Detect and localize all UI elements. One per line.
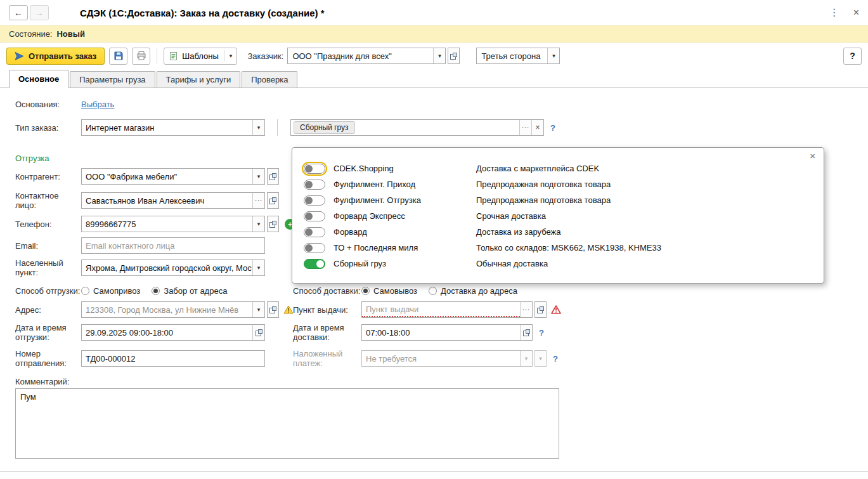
save-button[interactable]: [109, 48, 127, 65]
tariff-toggle-forward[interactable]: [304, 227, 325, 237]
phone-field[interactable]: 89996667775 ▾: [81, 216, 265, 232]
payer-select[interactable]: Третья сторона ▾: [476, 48, 560, 64]
tab-check[interactable]: Проверка: [242, 71, 297, 88]
tariff-toggle-cdek-shopping[interactable]: [304, 164, 325, 174]
back-icon: ←: [14, 8, 23, 18]
forward-button[interactable]: →: [30, 5, 49, 20]
delivery-datetime-help-link[interactable]: ?: [539, 328, 544, 338]
counterparty-field[interactable]: ООО "Фабрика мебели" ▾: [81, 168, 265, 185]
tab-main[interactable]: Основное: [9, 70, 68, 88]
counterparty-dropdown-button[interactable]: ▾: [252, 169, 264, 184]
tariff-more-button[interactable]: ...: [519, 120, 531, 135]
address-dropdown-button[interactable]: ▾: [252, 302, 264, 317]
tariff-option-desc: Доставка из зарубежа: [476, 227, 561, 237]
toolbar-separator: [157, 48, 157, 63]
contact-open-button[interactable]: [267, 192, 279, 209]
comment-textarea[interactable]: Пум: [15, 388, 559, 459]
city-dropdown-button[interactable]: ▾: [252, 260, 264, 275]
contact-value[interactable]: Савастьянов Иван Алексеевич: [82, 193, 252, 208]
phone-dropdown-button[interactable]: ▾: [252, 216, 264, 232]
window-close-button[interactable]: ×: [853, 8, 859, 18]
pickup-point-open-button[interactable]: [534, 301, 547, 318]
ship-method-option-pickup-self[interactable]: Самопривоз: [81, 286, 140, 296]
cod-label: Наложенный платеж:: [293, 349, 361, 368]
payer-value[interactable]: Третья сторона: [477, 48, 547, 63]
tariff-toggle-fulfilment-otgruzka[interactable]: [304, 195, 325, 206]
templates-button[interactable]: Шаблоны ▾: [164, 48, 237, 65]
tariff-option-name: Форвард: [334, 227, 476, 237]
ship-datetime-open-button[interactable]: [252, 325, 264, 340]
delivery-datetime-open-button[interactable]: [520, 325, 532, 340]
tariff-toggle-to-last-mile[interactable]: [304, 243, 325, 253]
delivery-datetime-label: Дата и время доставки:: [293, 323, 361, 342]
customer-open-button[interactable]: [448, 48, 460, 64]
counterparty-value[interactable]: ООО "Фабрика мебели": [82, 169, 252, 184]
email-placeholder[interactable]: Email контактного лица: [82, 238, 264, 253]
address-value[interactable]: 123308, Город Москва, ул Нижние Мнёв: [82, 302, 252, 317]
open-icon: [450, 53, 457, 60]
shipment-number-value[interactable]: ТД00-000012: [82, 351, 264, 366]
help-button[interactable]: ?: [843, 48, 862, 65]
footer-divider: [0, 471, 868, 472]
radio-icon[interactable]: [361, 287, 370, 295]
phone-open-button[interactable]: [267, 216, 279, 232]
radio-icon[interactable]: [81, 287, 89, 295]
address-label: Адрес:: [15, 305, 81, 315]
cod-help-link[interactable]: ?: [553, 354, 558, 364]
pickup-point-field[interactable]: Пункт выдачи ...: [361, 301, 533, 318]
kebab-menu-button[interactable]: ⋮: [829, 8, 839, 18]
dropdown-icon: ▾: [257, 125, 261, 131]
customer-combo[interactable]: ООО "Праздник для всех" ▾: [287, 48, 446, 64]
tariff-option-desc: Предпродажная подготовка товара: [476, 195, 611, 205]
address-field[interactable]: 123308, Город Москва, ул Нижние Мнёв ▾: [81, 301, 265, 318]
open-icon: [523, 329, 530, 336]
delivery-method-option-pickup[interactable]: Самовывоз: [361, 286, 417, 296]
email-label: Email:: [15, 241, 81, 251]
order-type-value[interactable]: Интернет магазин: [82, 120, 252, 135]
contact-more-button[interactable]: ...: [252, 193, 264, 208]
tariff-help-link[interactable]: ?: [550, 123, 555, 133]
basis-select-link[interactable]: Выбрать: [81, 100, 114, 109]
customer-label: Заказчик:: [247, 51, 283, 61]
counterparty-open-button[interactable]: [267, 168, 279, 185]
customer-dropdown-button[interactable]: ▾: [433, 48, 445, 63]
send-order-button[interactable]: Отправить заказ: [6, 48, 105, 65]
email-field[interactable]: Email контактного лица: [81, 237, 265, 254]
contact-field[interactable]: Савастьянов Иван Алексеевич ...: [81, 192, 265, 209]
order-type-field[interactable]: Интернет магазин ▾: [81, 119, 265, 136]
tariff-popup: × CDEK.Shopping Доставка с маркетплейса …: [292, 147, 824, 284]
city-value[interactable]: Яхрома, Дмитровский городской округ, Мос: [82, 260, 252, 275]
address-open-button[interactable]: [267, 301, 279, 318]
counterparty-label: Контрагент:: [15, 172, 81, 181]
tariff-toggle-sborny-gruz[interactable]: [304, 259, 325, 269]
shipment-number-field[interactable]: ТД00-000012: [81, 350, 265, 367]
city-field[interactable]: Яхрома, Дмитровский городской округ, Мос…: [81, 259, 265, 276]
tariff-toggle-fulfilment-prihod[interactable]: [304, 180, 325, 190]
tariff-option-name: CDEK.Shopping: [334, 164, 476, 173]
tariff-input[interactable]: Сборный груз ... ×: [290, 119, 544, 136]
phone-value[interactable]: 89996667775: [82, 216, 252, 232]
radio-icon[interactable]: [152, 287, 160, 295]
delivery-method-option-address[interactable]: Доставка до адреса: [429, 286, 517, 296]
tariff-clear-button[interactable]: ×: [531, 120, 543, 135]
order-type-dropdown-button[interactable]: ▾: [252, 120, 264, 135]
ship-method-option-courier[interactable]: Забор от адреса: [152, 286, 227, 296]
popup-close-button[interactable]: ×: [810, 151, 815, 161]
ship-datetime-value[interactable]: 29.09.2025 09:00-18:00: [82, 325, 252, 340]
dropdown-icon: ▾: [438, 53, 441, 59]
status-value: Новый: [56, 29, 84, 39]
payer-dropdown-button[interactable]: ▾: [547, 48, 559, 63]
tab-cargo-params[interactable]: Параметры груза: [70, 71, 155, 88]
tariff-tag[interactable]: Сборный груз: [294, 121, 355, 134]
back-button[interactable]: ←: [9, 5, 28, 20]
tariff-toggle-forward-express[interactable]: [304, 211, 325, 221]
customer-value[interactable]: ООО "Праздник для всех": [288, 48, 433, 63]
tab-tariffs-services[interactable]: Тарифы и услуги: [157, 71, 241, 88]
print-button[interactable]: [132, 48, 150, 65]
pickup-point-more-button[interactable]: ...: [520, 302, 532, 317]
ship-datetime-field[interactable]: 29.09.2025 09:00-18:00: [81, 324, 265, 341]
delivery-datetime-field[interactable]: 07:00-18:00: [361, 324, 533, 341]
radio-icon[interactable]: [429, 287, 437, 295]
pickup-point-placeholder[interactable]: Пункт выдачи: [362, 302, 520, 317]
delivery-datetime-value[interactable]: 07:00-18:00: [362, 325, 520, 340]
